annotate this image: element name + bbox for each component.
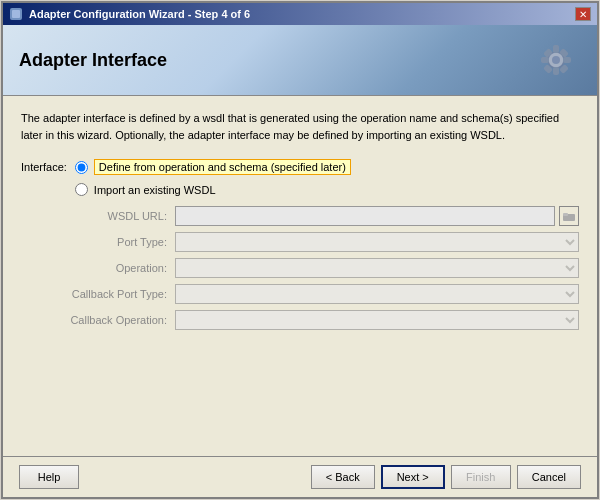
- svg-rect-1: [12, 10, 20, 18]
- wsdl-url-input-container: [175, 206, 579, 226]
- back-button[interactable]: < Back: [311, 465, 375, 489]
- operation-select[interactable]: [175, 258, 579, 278]
- browse-button[interactable]: [559, 206, 579, 226]
- footer-left: Help: [19, 465, 79, 489]
- window-title: Adapter Configuration Wizard - Step 4 of…: [29, 8, 250, 20]
- port-type-input-container: [175, 232, 579, 252]
- operation-row: Operation:: [47, 258, 579, 278]
- finish-button[interactable]: Finish: [451, 465, 511, 489]
- wizard-window: Adapter Configuration Wizard - Step 4 of…: [1, 1, 599, 499]
- port-type-label: Port Type:: [47, 236, 167, 248]
- callback-port-type-input-container: [175, 284, 579, 304]
- radio-options: Define from operation and schema (specif…: [75, 159, 351, 196]
- wsdl-url-row: WSDL URL:: [47, 206, 579, 226]
- port-type-row: Port Type:: [47, 232, 579, 252]
- operation-label: Operation:: [47, 262, 167, 274]
- radio-define[interactable]: [75, 161, 88, 174]
- page-title: Adapter Interface: [19, 50, 167, 71]
- wsdl-url-input[interactable]: [175, 206, 555, 226]
- radio-import[interactable]: [75, 183, 88, 196]
- gear-icon: [531, 35, 581, 85]
- callback-operation-row: Callback Operation:: [47, 310, 579, 330]
- svg-rect-7: [563, 57, 571, 63]
- callback-port-type-row: Callback Port Type:: [47, 284, 579, 304]
- interface-section: Interface: Define from operation and sch…: [21, 159, 579, 196]
- callback-operation-label: Callback Operation:: [47, 314, 167, 326]
- callback-operation-select[interactable]: [175, 310, 579, 330]
- svg-rect-13: [563, 213, 568, 216]
- callback-port-type-select[interactable]: [175, 284, 579, 304]
- svg-rect-5: [553, 67, 559, 75]
- callback-operation-input-container: [175, 310, 579, 330]
- next-button[interactable]: Next >: [381, 465, 445, 489]
- operation-input-container: [175, 258, 579, 278]
- footer: Help < Back Next > Finish Cancel: [3, 456, 597, 497]
- interface-label: Interface:: [21, 159, 67, 173]
- description-text: The adapter interface is defined by a ws…: [21, 110, 579, 143]
- wsdl-url-label: WSDL URL:: [47, 210, 167, 222]
- svg-rect-6: [541, 57, 549, 63]
- form-fields: WSDL URL: Port Type:: [47, 206, 579, 330]
- header-banner: Adapter Interface: [3, 25, 597, 96]
- svg-rect-4: [553, 45, 559, 53]
- window-icon: [9, 7, 23, 21]
- footer-right: < Back Next > Finish Cancel: [311, 465, 581, 489]
- folder-icon: [563, 211, 575, 221]
- svg-point-3: [552, 56, 560, 64]
- port-type-select[interactable]: [175, 232, 579, 252]
- close-button[interactable]: ✕: [575, 7, 591, 21]
- callback-port-type-label: Callback Port Type:: [47, 288, 167, 300]
- title-bar: Adapter Configuration Wizard - Step 4 of…: [3, 3, 597, 25]
- radio-option-define: Define from operation and schema (specif…: [75, 159, 351, 175]
- radio-option-import: Import an existing WSDL: [75, 183, 351, 196]
- radio-define-label: Define from operation and schema (specif…: [94, 159, 351, 175]
- radio-import-label: Import an existing WSDL: [94, 184, 216, 196]
- help-button[interactable]: Help: [19, 465, 79, 489]
- cancel-button[interactable]: Cancel: [517, 465, 581, 489]
- title-bar-left: Adapter Configuration Wizard - Step 4 of…: [9, 7, 250, 21]
- content-area: The adapter interface is defined by a ws…: [3, 96, 597, 456]
